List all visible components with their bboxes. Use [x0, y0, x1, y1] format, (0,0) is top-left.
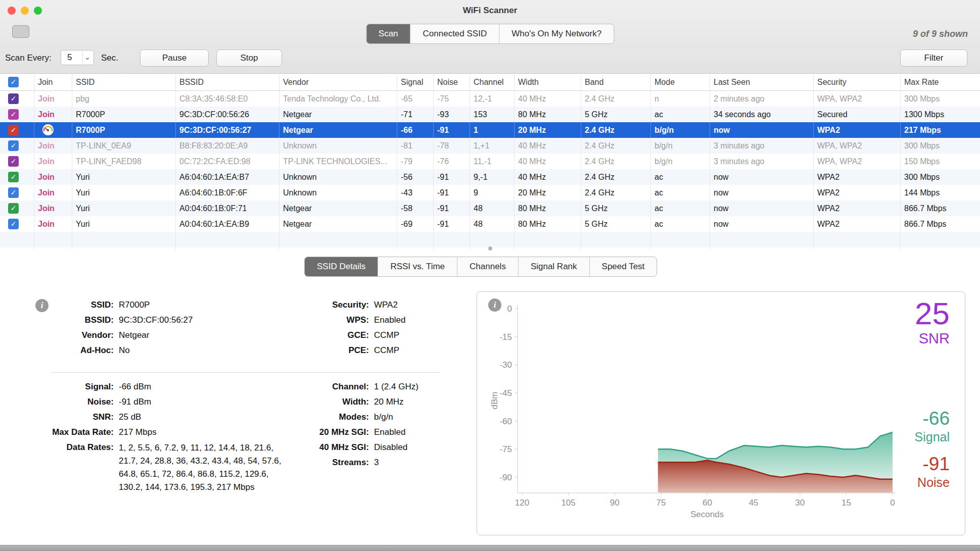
column-header-signal[interactable]: Signal	[397, 74, 434, 90]
cell-signal: -79	[397, 154, 434, 169]
cell-band: 2.4 GHz	[581, 91, 651, 107]
cell-bssid: A6:04:60:1B:0F:6F	[176, 185, 279, 201]
svg-text:-45: -45	[499, 388, 512, 398]
empty-cell	[0, 247, 34, 249]
table-row-yuri[interactable]: ✓JoinYuriA0:04:60:1B:0F:71Netgear-58-914…	[0, 201, 980, 216]
minimize-button[interactable]	[21, 7, 29, 15]
column-header-last-seen[interactable]: Last Seen	[710, 74, 814, 90]
empty-cell	[470, 247, 515, 249]
join-cell: Join	[34, 169, 72, 185]
table-row-yuri[interactable]: ✓JoinYuriA6:04:60:1B:0F:6FUnknown-43-919…	[0, 185, 980, 201]
cell-ssid: pbg	[72, 91, 176, 107]
detail-tab-signal-rank[interactable]: Signal Rank	[518, 257, 589, 276]
svg-text:120: 120	[515, 498, 529, 508]
toolbar-tab-scan[interactable]: Scan	[366, 24, 410, 43]
detail-tab-channels[interactable]: Channels	[457, 257, 518, 276]
cell-mode: b/g/n	[651, 122, 710, 138]
detail-tab-rssi-vs-time[interactable]: RSSI vs. Time	[378, 257, 457, 276]
column-header-band[interactable]: Band	[581, 74, 651, 90]
row-checkbox[interactable]: ✓	[8, 109, 19, 120]
cell-channel: 153	[470, 107, 515, 122]
detail-value-ssid: R7000P	[119, 297, 193, 313]
cell-security: Secured	[814, 107, 901, 122]
cell-last_seen: 34 seconds ago	[710, 107, 814, 122]
svg-text:75: 75	[656, 498, 666, 508]
stop-button[interactable]: Stop	[216, 49, 282, 67]
row-checkbox[interactable]: ✓	[8, 187, 19, 198]
join-button[interactable]: Join	[38, 157, 55, 166]
snr-badge: 25SNR	[915, 298, 950, 346]
interval-dropdown[interactable]: 5 ⌄	[61, 50, 94, 65]
join-button[interactable]: Join	[38, 173, 55, 181]
column-header-width[interactable]: Width	[515, 74, 581, 90]
table-row-tp-link-faed98[interactable]: ✓JoinTP-LINK_FAED980C:72:2C:FA:ED:98TP-L…	[0, 154, 980, 169]
select-all-checkbox[interactable]: ✓	[8, 77, 19, 87]
cell-band: 2.4 GHz	[581, 169, 651, 185]
detail-value-data-rates: 1, 2, 5.5, 6, 7.2, 9, 11, 12, 14.4, 18, …	[119, 440, 288, 494]
cell-ssid: Yuri	[72, 216, 176, 232]
cell-band: 2.4 GHz	[581, 154, 651, 169]
toolbar-toggle-icon[interactable]	[12, 25, 29, 38]
join-button[interactable]: Join	[38, 204, 55, 213]
select-all-header[interactable]: ✓	[0, 74, 34, 90]
row-checkbox[interactable]: ✓	[8, 156, 19, 167]
row-checkbox-cell: ✓	[0, 201, 34, 216]
pause-button[interactable]: Pause	[140, 49, 209, 67]
table-row-yuri[interactable]: ✓JoinYuriA6:04:60:1A:EA:B7Unknown-56-919…	[0, 169, 980, 185]
toolbar-tab-connected-ssid[interactable]: Connected SSID	[410, 24, 499, 43]
table-row-pbg[interactable]: ✓JoinpbgC8:3A:35:46:58:E0Tenda Technolog…	[0, 91, 980, 107]
cell-band: 5 GHz	[581, 216, 651, 232]
empty-cell	[581, 232, 651, 247]
cell-width: 40 MHz	[515, 91, 581, 107]
join-button[interactable]: Join	[38, 141, 55, 150]
row-checkbox-cell: ✓	[0, 154, 34, 169]
row-checkbox[interactable]: ✓	[8, 219, 19, 229]
cell-security: WPA, WPA2	[814, 154, 901, 169]
details-identity-right: Security:WPA2WPS:EnabledGCE:CCMPPCE:CCMP	[273, 297, 405, 358]
row-checkbox[interactable]: ✓	[8, 125, 19, 135]
join-button[interactable]: Join	[38, 220, 55, 228]
splitter-handle[interactable]	[488, 246, 492, 251]
column-header-noise[interactable]: Noise	[434, 74, 470, 90]
column-header-join[interactable]: Join	[34, 74, 72, 90]
empty-row	[0, 232, 980, 247]
column-header-channel[interactable]: Channel	[470, 74, 515, 90]
cell-band: 2.4 GHz	[581, 138, 651, 154]
row-checkbox[interactable]: ✓	[8, 172, 19, 182]
detail-tab-ssid-details[interactable]: SSID Details	[305, 257, 378, 276]
empty-cell	[651, 232, 710, 247]
column-header-mode[interactable]: Mode	[651, 74, 710, 90]
empty-cell	[710, 247, 814, 249]
cell-channel: 48	[470, 201, 515, 216]
table-row-r7000p[interactable]: ✓JoinR7000P9C:3D:CF:00:56:26Netgear-71-9…	[0, 107, 980, 122]
filter-button[interactable]: Filter	[900, 49, 967, 67]
cell-width: 20 MHz	[515, 185, 581, 201]
column-header-bssid[interactable]: BSSID	[176, 74, 279, 90]
detail-tab-speed-test[interactable]: Speed Test	[589, 257, 657, 276]
row-checkbox[interactable]: ✓	[8, 203, 19, 214]
cell-channel: 1,+1	[470, 138, 515, 154]
join-button[interactable]: Join	[38, 110, 55, 119]
table-row-tp-link-0ea9[interactable]: ✓JoinTP-LINK_0EA9B8:F8:83:20:0E:A9Unknow…	[0, 138, 980, 154]
cell-noise: -91	[434, 122, 470, 138]
column-header-vendor[interactable]: Vendor	[279, 74, 397, 90]
column-header-ssid[interactable]: SSID	[72, 74, 176, 90]
cell-noise: -93	[434, 107, 470, 122]
row-checkbox[interactable]: ✓	[8, 93, 19, 104]
toolbar-tab-who-s-on-my-network[interactable]: Who's On My Network?	[499, 24, 614, 43]
column-header-max-rate[interactable]: Max Rate	[901, 74, 980, 90]
main-tab-bar: ScanConnected SSIDWho's On My Network?	[366, 24, 614, 44]
row-checkbox[interactable]: ✓	[8, 140, 19, 151]
details-channel-right: Channel:1 (2.4 GHz)Width:20 MHzModes:b/g…	[273, 379, 418, 470]
shown-count-label: 9 of 9 shown	[913, 29, 968, 39]
snr-value: 25	[915, 298, 950, 329]
table-row-r7000p[interactable]: ✓R7000P9C:3D:CF:00:56:27Netgear-66-91120…	[0, 122, 980, 138]
join-button[interactable]: Join	[38, 94, 55, 103]
table-row-yuri[interactable]: ✓JoinYuriA0:04:60:1A:EA:B9Netgear-69-914…	[0, 216, 980, 232]
close-button[interactable]	[8, 7, 16, 15]
join-button[interactable]: Join	[38, 188, 55, 197]
zoom-button[interactable]	[34, 7, 42, 15]
cell-mode: ac	[651, 201, 710, 216]
column-header-security[interactable]: Security	[814, 74, 901, 90]
cell-band: 5 GHz	[581, 201, 651, 216]
